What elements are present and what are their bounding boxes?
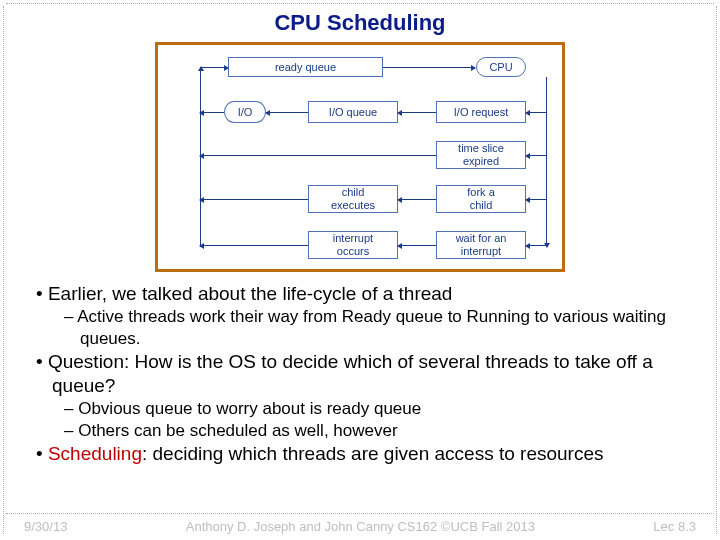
- bullet-3-keyword: Scheduling: [48, 443, 142, 464]
- bullet-1-text: Earlier, we talked about the life-cycle …: [48, 283, 453, 304]
- arrow: [526, 112, 546, 113]
- arrow: [398, 199, 436, 200]
- arrow: [398, 245, 436, 246]
- arrow: [200, 245, 308, 246]
- box-io-request: I/O request: [436, 101, 526, 123]
- bullet-3: • Scheduling: deciding which threads are…: [36, 442, 684, 466]
- arrow: [526, 155, 546, 156]
- bullet-1: • Earlier, we talked about the life-cycl…: [36, 282, 684, 306]
- box-interrupt-occurs: interrupt occurs: [308, 231, 398, 259]
- bullet-1a: – Active threads work their way from Rea…: [64, 306, 684, 350]
- arrow: [200, 67, 228, 68]
- decorative-border: [716, 6, 717, 534]
- arrow: [383, 67, 475, 68]
- footer: 9/30/13 Anthony D. Joseph and John Canny…: [24, 519, 696, 534]
- bullet-2b-text: Others can be scheduled as well, however: [78, 421, 397, 440]
- bullet-2: • Question: How is the OS to decide whic…: [36, 350, 684, 399]
- arrow: [526, 199, 546, 200]
- box-time-slice: time slice expired: [436, 141, 526, 169]
- box-fork-child: fork a child: [436, 185, 526, 213]
- arrow: [398, 112, 436, 113]
- slide: CPU Scheduling ready queue CPU I/O I/O q…: [0, 0, 720, 540]
- box-wait-interrupt: wait for an interrupt: [436, 231, 526, 259]
- decorative-border: [3, 6, 4, 534]
- arrow-down: [546, 77, 547, 247]
- bullet-3-rest: : deciding which threads are given acces…: [142, 443, 604, 464]
- arrow: [200, 155, 436, 156]
- decorative-border: [6, 513, 714, 514]
- bullet-2a-text: Obvious queue to worry about is ready qu…: [78, 399, 421, 418]
- bullet-1a-text: Active threads work their way from Ready…: [77, 307, 666, 348]
- bullet-2a: – Obvious queue to worry about is ready …: [64, 398, 684, 420]
- box-cpu: CPU: [476, 57, 526, 77]
- box-io: I/O: [224, 101, 266, 123]
- bullet-list: • Earlier, we talked about the life-cycl…: [36, 282, 684, 466]
- arrow: [526, 245, 546, 246]
- arrow: [200, 199, 308, 200]
- arrow: [200, 112, 224, 113]
- arrow: [266, 112, 308, 113]
- footer-center: Anthony D. Joseph and John Canny CS162 ©…: [67, 519, 653, 534]
- box-ready-queue: ready queue: [228, 57, 383, 77]
- bullet-2-text: Question: How is the OS to decide which …: [48, 351, 653, 396]
- decorative-border: [6, 3, 714, 4]
- box-child-executes: child executes: [308, 185, 398, 213]
- footer-right: Lec 8.3: [653, 519, 696, 534]
- footer-date: 9/30/13: [24, 519, 67, 534]
- box-io-queue: I/O queue: [308, 101, 398, 123]
- diagram-frame: ready queue CPU I/O I/O queue I/O reques…: [155, 42, 565, 272]
- bullet-2b: – Others can be scheduled as well, howev…: [64, 420, 684, 442]
- slide-title: CPU Scheduling: [36, 10, 684, 36]
